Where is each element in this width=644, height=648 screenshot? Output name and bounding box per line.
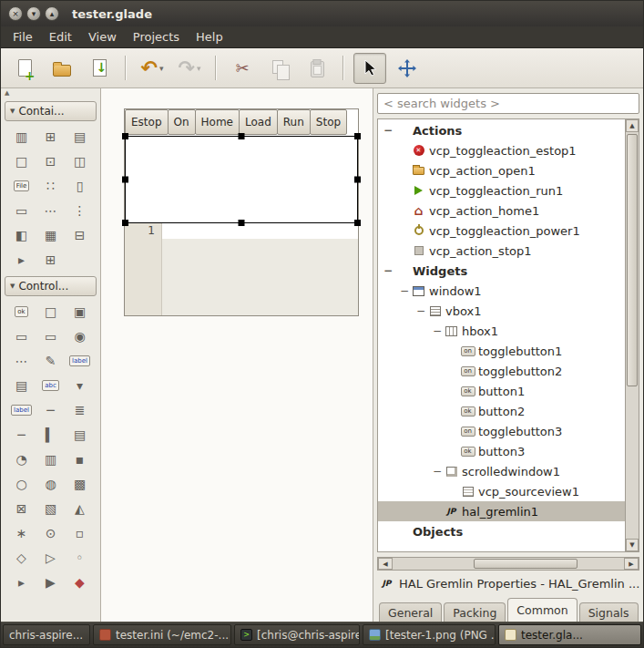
tree-row-togglebutton3[interactable]: ontogglebutton3 <box>378 421 625 441</box>
drag-resize-button[interactable] <box>391 53 424 84</box>
tree-row-vcp-sourceview1[interactable]: vcp_sourceview1 <box>378 481 625 501</box>
tree-row-button2[interactable]: okbutton2 <box>378 401 625 421</box>
tree-row-togglebutton1[interactable]: ontogglebutton1 <box>378 341 625 361</box>
palette-widget-icon[interactable]: ─ <box>7 423 36 447</box>
palette-widget-icon[interactable]: ▤ <box>66 423 94 447</box>
tab-common[interactable]: Common <box>507 598 577 622</box>
palette-widget-icon[interactable]: ▥ <box>7 125 36 149</box>
tree-row-vbox1[interactable]: −vbox1 <box>378 301 625 321</box>
palette-widget-icon[interactable]: ⊡ <box>36 149 65 173</box>
palette-widget-icon[interactable]: ▸ <box>7 248 36 272</box>
palette-widget-icon[interactable]: ◍ <box>36 472 65 496</box>
tree-row-vcp-action-home1[interactable]: ⌂vcp_action_home1 <box>378 201 625 221</box>
tree-row-vcp-toggleaction-power1[interactable]: vcp_toggleaction_power1 <box>378 221 625 241</box>
palette-section-control[interactable]: ▼Control... <box>5 276 97 296</box>
tab-packing[interactable]: Packing <box>444 602 506 622</box>
tree-horizontal-scrollbar[interactable]: ◀ ▶ <box>377 557 639 571</box>
scroll-up-arrow-icon[interactable]: ▲ <box>626 119 639 132</box>
tree-row-actions[interactable]: −Actions <box>378 120 625 140</box>
palette-widget-icon[interactable]: File <box>7 174 36 198</box>
close-button[interactable]: × <box>8 6 23 21</box>
sourceview-widget[interactable]: 1 <box>125 223 358 315</box>
scroll-left-arrow-icon[interactable]: ◀ <box>378 558 393 570</box>
taskbar-item-chris-aspire[interactable]: chris-aspire... <box>3 624 90 645</box>
designed-button-stop[interactable]: Stop <box>310 109 347 135</box>
palette-widget-icon[interactable]: ◦ <box>66 546 94 570</box>
palette-widget-icon[interactable]: ▶ <box>36 571 65 594</box>
palette-widget-icon[interactable]: ◉ <box>66 324 94 348</box>
designed-button-estop[interactable]: Estop <box>125 109 169 135</box>
expander-icon[interactable]: − <box>382 264 394 277</box>
palette-widget-icon[interactable]: □ <box>7 149 36 173</box>
palette-widget-icon[interactable]: ⊞ <box>36 125 65 149</box>
sourceview-text-area[interactable] <box>162 223 358 315</box>
palette-widget-icon[interactable]: ▩ <box>66 472 94 496</box>
tree-row-window1[interactable]: −window1 <box>378 281 625 301</box>
tree-row-button3[interactable]: okbutton3 <box>378 441 625 461</box>
selection-handle-middle-right[interactable] <box>354 177 361 183</box>
palette-widget-icon[interactable]: ◇ <box>7 546 36 570</box>
undo-button[interactable]: ↶▾ <box>136 53 169 84</box>
designed-window[interactable]: EstopOnHomeLoadRunStop 1 <box>124 108 359 316</box>
expander-icon[interactable]: − <box>398 284 411 297</box>
palette-widget-icon[interactable]: ⊞ <box>36 248 65 272</box>
selection-handle-top-left[interactable] <box>122 133 128 139</box>
palette-scroll-up-icon[interactable]: ▲ <box>1 88 100 98</box>
palette-widget-icon[interactable]: ▦ <box>36 223 65 247</box>
new-project-button[interactable] <box>8 53 41 84</box>
menu-help[interactable]: Help <box>188 27 231 46</box>
expander-icon[interactable]: − <box>382 124 394 137</box>
palette-widget-icon[interactable]: ▷ <box>36 546 65 570</box>
tree-row-vcp-action-stop1[interactable]: vcp_action_stop1 <box>378 241 625 261</box>
taskbar-item-tester-1-png-png[interactable]: [tester-1.png (PNG ... <box>363 624 496 645</box>
palette-widget-icon[interactable]: ◫ <box>66 149 94 173</box>
hal-gremlin-widget-selected[interactable] <box>125 136 358 223</box>
palette-widget-icon[interactable]: ▭ <box>7 324 36 348</box>
titlebar[interactable]: ×▾▴ tester.glade <box>1 1 643 26</box>
palette-widget-icon[interactable]: ⊟ <box>66 223 94 247</box>
selection-handle-top-right[interactable] <box>354 133 361 139</box>
palette-section-contai[interactable]: ▼Contai... <box>5 101 97 121</box>
paste-button[interactable] <box>301 53 333 84</box>
maximize-button[interactable]: ▴ <box>45 6 59 21</box>
expander-icon[interactable]: − <box>431 465 444 478</box>
tree-row-vcp-toggleaction-estop1[interactable]: ✕vcp_toggleaction_estop1 <box>378 140 625 160</box>
tree-row-togglebutton2[interactable]: ontogglebutton2 <box>378 361 625 381</box>
designed-button-on[interactable]: On <box>168 109 196 135</box>
palette-widget-icon[interactable]: ⊠ <box>7 497 36 520</box>
copy-button[interactable] <box>263 53 296 84</box>
save-project-button[interactable] <box>83 53 116 84</box>
selection-handle-bottom-middle[interactable] <box>239 220 245 226</box>
selection-handle-top-middle[interactable] <box>239 133 245 139</box>
palette-widget-icon[interactable]: ▪ <box>66 447 94 471</box>
select-widgets-button[interactable] <box>353 53 386 84</box>
scroll-down-arrow-icon[interactable]: ▼ <box>626 539 639 551</box>
palette-widget-icon[interactable]: ▣ <box>66 300 94 324</box>
vertical-scroll-slider[interactable] <box>627 134 638 386</box>
palette-widget-icon[interactable]: label <box>66 349 94 373</box>
selection-handle-bottom-right[interactable] <box>354 220 361 226</box>
palette-widget-icon[interactable]: ⊙ <box>36 521 65 545</box>
taskbar-item-chris-chris-aspire[interactable]: >[chris@chris-aspire... <box>234 624 360 645</box>
designed-button-home[interactable]: Home <box>195 109 240 135</box>
open-project-button[interactable] <box>46 53 78 84</box>
selection-handle-bottom-left[interactable] <box>122 220 128 226</box>
palette-widget-icon[interactable]: ▯ <box>66 174 94 198</box>
palette-widget-icon[interactable]: ▤ <box>7 374 36 397</box>
palette-widget-icon[interactable]: ▭ <box>7 199 36 222</box>
selection-handle-middle-left[interactable] <box>122 177 128 183</box>
palette-widget-icon[interactable]: label <box>7 398 36 422</box>
horizontal-scroll-slider[interactable] <box>474 559 578 569</box>
palette-widget-icon[interactable]: ⋯ <box>7 349 36 373</box>
tree-row-objects[interactable]: Objects <box>378 521 625 541</box>
palette-widget-icon[interactable]: ◭ <box>66 497 94 520</box>
palette-widget-icon[interactable]: ▸ <box>7 571 36 594</box>
palette-widget-icon[interactable]: ◔ <box>7 447 36 471</box>
palette-widget-icon[interactable]: ◧ <box>7 223 36 247</box>
design-canvas[interactable]: EstopOnHomeLoadRunStop 1 <box>101 88 373 622</box>
palette-widget-icon[interactable]: ▫ <box>66 521 94 545</box>
palette-widget-icon[interactable]: ▥ <box>36 447 65 471</box>
tree-row-widgets[interactable]: −Widgets <box>378 261 625 281</box>
dropdown-arrow-icon[interactable]: ▾ <box>197 64 201 73</box>
tree-row-vcp-action-open1[interactable]: vcp_action_open1 <box>378 160 625 180</box>
